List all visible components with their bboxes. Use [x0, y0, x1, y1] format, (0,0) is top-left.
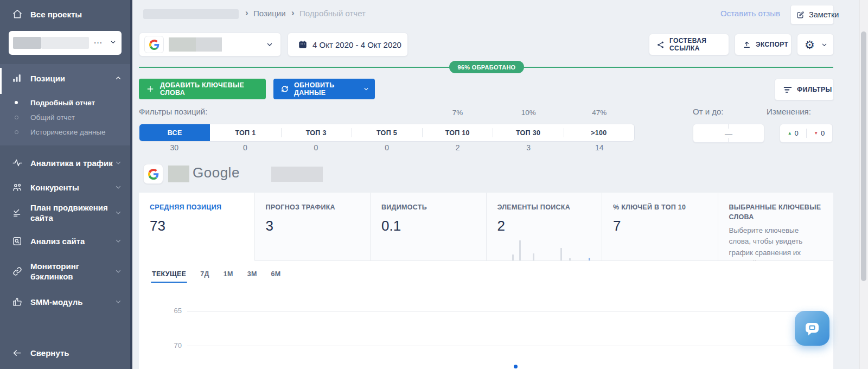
chevron-down-icon [110, 39, 116, 45]
filters-button[interactable]: ФИЛЬТРЫ [775, 79, 834, 100]
percent-top30: 10% [493, 109, 564, 117]
sidebar-item-all-projects[interactable]: Все проекты [0, 8, 130, 21]
tab-top1[interactable]: ТОП 1 [210, 124, 280, 141]
promotion-plan-label: План продвижения сайта [30, 202, 114, 223]
calendar-icon [298, 40, 308, 49]
card-visibility[interactable]: ВИДИМОСТЬ 0.1 [371, 193, 487, 260]
range-dash: — [725, 129, 732, 138]
chart-tab-7d[interactable]: 7Д [200, 270, 209, 283]
y-tick-70: 70 [164, 341, 182, 349]
sidebar-item-positions[interactable]: Позиции [0, 71, 130, 85]
chevron-down-icon [115, 184, 122, 190]
chevron-down-icon [363, 86, 369, 92]
sidebar-item-analytics-traffic[interactable]: Аналитика и трафик [0, 156, 130, 169]
sidebar-collapse-button[interactable]: Свернуть [0, 346, 130, 359]
add-keywords-button[interactable]: ДОБАВИТЬ КЛЮЧЕВЫЕ СЛОВА [139, 79, 266, 99]
spark-bar [560, 248, 562, 260]
project-selector[interactable]: … [9, 31, 122, 55]
app-root: Все проекты … Позиции Подробный отчет [0, 0, 868, 369]
count-top3: 0 [280, 143, 352, 152]
chat-bubble-icon [803, 320, 821, 337]
all-projects-label: Все проекты [30, 9, 82, 20]
y-tick-65: 65 [164, 307, 182, 315]
card-keys-in-top10[interactable]: % КЛЮЧЕЙ В ТОП 10 7 [602, 193, 718, 260]
share-icon [656, 41, 665, 49]
date-range-button[interactable]: 4 Окт 2020 - 4 Окт 2020 [288, 33, 408, 56]
count-all: 30 [139, 143, 210, 152]
redacted-engine-name [196, 37, 222, 52]
notes-button[interactable]: Заметки [790, 5, 834, 24]
sidebar-item-promotion-plan[interactable]: План продвижения сайта [0, 202, 130, 224]
sidebar-item-site-audit[interactable]: Анализ сайта [0, 234, 130, 247]
sidebar-item-backlink-monitoring[interactable]: Мониторинг бэклинков [0, 260, 130, 282]
percent-over100: 47% [564, 109, 635, 117]
feedback-link[interactable]: Оставить отзыв [720, 9, 780, 18]
collapse-label: Свернуть [30, 348, 69, 358]
chart-tab-current[interactable]: ТЕКУЩЕЕ [152, 270, 186, 283]
card-label: % КЛЮЧЕЙ В ТОП 10 [613, 202, 711, 212]
site-search-icon [12, 236, 22, 246]
tab-counts-row: 30 0 0 0 2 3 14 [139, 143, 635, 152]
tab-top10[interactable]: ТОП 10 [422, 124, 493, 141]
tab-over100[interactable]: >100 [564, 124, 634, 141]
changes-up-button[interactable]: ▲ 0 [780, 129, 806, 137]
positions-label: Позиции [30, 73, 65, 84]
sidebar-item-competitors[interactable]: Конкуренты [0, 181, 130, 194]
tab-top5[interactable]: ТОП 5 [352, 124, 422, 141]
breadcrumb-positions[interactable]: Позиции [253, 9, 286, 18]
export-button[interactable]: ЭКСПОРТ [735, 34, 792, 55]
count-top1: 0 [210, 143, 281, 152]
triangle-down-icon: ▼ [814, 131, 818, 136]
guest-link-button[interactable]: ГОСТЕВАЯ ССЫЛКА [649, 34, 729, 55]
sidebar-item-smm-module[interactable]: SMM-модуль [0, 295, 130, 308]
project-more-menu[interactable]: … [93, 35, 103, 46]
home-icon [12, 9, 23, 20]
card-traffic-forecast[interactable]: ПРОГНОЗ ТРАФИКА 3 [255, 193, 371, 260]
progress-label: 96% ОБРАБОТАНО [458, 64, 516, 71]
sidebar-item-detailed-report[interactable]: Подробный отчет [0, 98, 130, 107]
card-value: 7 [613, 218, 718, 234]
guest-link-label: ГОСТЕВАЯ ССЫЛКА [669, 37, 729, 52]
position-filter-tabs: ВСЕ ТОП 1 ТОП 3 ТОП 5 ТОП 10 ТОП 30 >100 [139, 124, 635, 142]
tab-all[interactable]: ВСЕ [139, 124, 210, 141]
chart-tab-6m[interactable]: 6М [271, 270, 281, 283]
redacted-breadcrumb-project [143, 9, 239, 19]
tab-top3[interactable]: ТОП 3 [281, 124, 352, 141]
range-input[interactable]: — [693, 124, 764, 143]
card-average-position[interactable]: СРЕДНЯЯ ПОЗИЦИЯ 73 [139, 193, 255, 261]
count-over100: 14 [564, 143, 635, 152]
pulse-icon [12, 157, 23, 168]
card-value: 73 [150, 218, 254, 234]
chevron-down-icon [266, 41, 273, 48]
breadcrumb-separator: › [291, 8, 295, 18]
arrow-left-icon [12, 348, 22, 358]
changes-up-count: 0 [795, 129, 799, 137]
scrollbar-thumb[interactable] [861, 31, 866, 281]
card-selected-keywords[interactable]: ВЫБРАННЫЕ КЛЮЧЕВЫЕ СЛОВА Выберите ключев… [718, 193, 834, 260]
chat-widget-button[interactable] [795, 311, 829, 346]
sidebar-item-historical-data[interactable]: Исторические данные [0, 128, 130, 136]
card-serp-features[interactable]: ЭЛЕМЕНТЫ ПОИСКА 2 [487, 193, 603, 260]
chart-tab-3m[interactable]: 3М [247, 270, 257, 283]
changes-down-button[interactable]: ▼ 0 [807, 129, 833, 137]
card-label: ВИДИМОСТЬ [381, 202, 479, 212]
settings-button[interactable]: ⚙ [797, 34, 834, 55]
sidebar-item-overall-report[interactable]: Общий отчет [0, 113, 130, 122]
sidebar-edge [130, 0, 132, 369]
spark-bar [533, 253, 534, 260]
bullet-icon [15, 130, 18, 134]
chevron-up-icon [115, 75, 122, 81]
chart-data-point[interactable] [514, 365, 518, 368]
search-engine-selector[interactable] [139, 33, 281, 56]
refresh-data-button[interactable]: ОБНОВИТЬ ДАННЫЕ [273, 79, 375, 99]
date-range-label: 4 Окт 2020 - 4 Окт 2020 [312, 40, 401, 49]
chart-period-tabs: ТЕКУЩЕЕ 7Д 1М 3М 6М [152, 270, 281, 283]
chart-tab-1m[interactable]: 1М [224, 270, 233, 283]
redacted-project-name [41, 37, 89, 49]
serp-features-sparkline [487, 239, 602, 260]
tab-percents-row: 7% 10% 47% [139, 109, 635, 117]
tab-top30[interactable]: ТОП 30 [493, 124, 563, 141]
gear-icon: ⚙ [805, 39, 815, 50]
stats-cards-row: СРЕДНЯЯ ПОЗИЦИЯ 73 ПРОГНОЗ ТРАФИКА 3 ВИД… [139, 193, 833, 261]
google-logo-chip [144, 36, 164, 53]
